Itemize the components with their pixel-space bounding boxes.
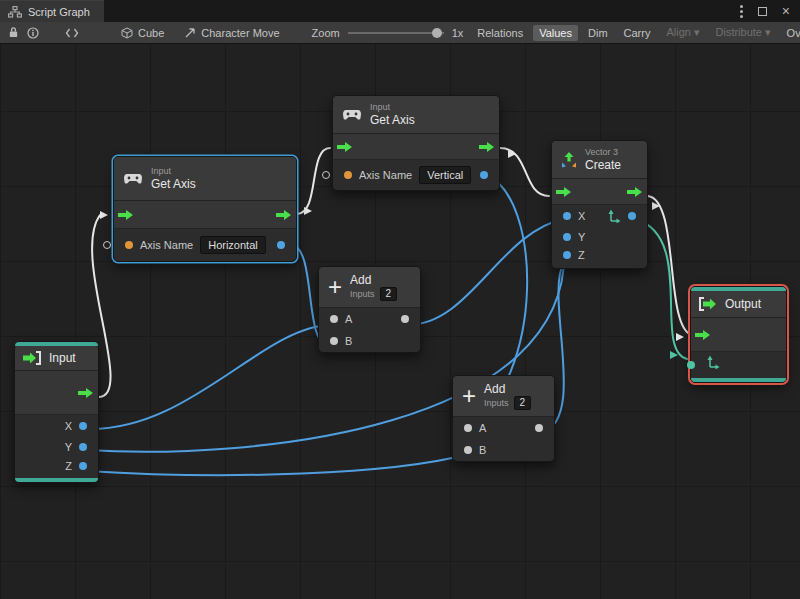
- code-view-icon[interactable]: [65, 25, 79, 41]
- wire-control-getaxis-v-to-vector3: [500, 148, 549, 196]
- a-in-port[interactable]: [330, 315, 338, 323]
- param-label: Axis Name: [140, 239, 193, 251]
- node-category: Vector 3: [585, 147, 621, 158]
- io-accent-bar: [15, 478, 98, 482]
- b-in-port[interactable]: [330, 337, 338, 345]
- control-out-port[interactable]: [276, 209, 292, 221]
- control-in-port[interactable]: [118, 209, 134, 221]
- io-accent-bar: [691, 378, 786, 382]
- breadcrumb-character-move[interactable]: Character Move: [178, 23, 285, 43]
- node-title: Add: [350, 273, 397, 287]
- window-controls: ×: [740, 0, 800, 22]
- port-row-y: Y: [15, 436, 98, 457]
- dropdown-align[interactable]: Align ▾: [660, 24, 705, 41]
- z-out-port[interactable]: [79, 462, 87, 470]
- x-out-port[interactable]: [79, 422, 87, 430]
- control-ports-row: [15, 371, 98, 415]
- dropdown-distribute[interactable]: Distribute ▾: [710, 24, 777, 41]
- node-title: Add: [484, 382, 531, 396]
- control-in-port[interactable]: [695, 329, 711, 341]
- node-input[interactable]: Input X Y Z: [14, 341, 99, 483]
- port-row-x: X: [552, 205, 647, 226]
- node-output[interactable]: Output: [690, 286, 787, 383]
- sum-out-port[interactable]: [401, 315, 409, 323]
- port-row-x: X: [15, 415, 98, 436]
- breadcrumb-cube[interactable]: Cube: [115, 23, 170, 43]
- zoom-label: Zoom: [312, 27, 340, 39]
- y-in-port[interactable]: [563, 233, 571, 241]
- wire-input-x-to-add-top-a: [86, 325, 331, 429]
- unity-window: Script Graph × Cube Character Move Zoom …: [0, 0, 800, 599]
- control-in-port[interactable]: [556, 186, 572, 198]
- axis-name-row: Axis Name Horizontal: [114, 229, 296, 261]
- z-in-port[interactable]: [563, 251, 571, 259]
- node-header: Output: [691, 291, 786, 318]
- x-in-port[interactable]: [563, 212, 571, 220]
- node-get-axis-horizontal[interactable]: Input Get Axis Axis Name Horizontal: [113, 156, 297, 262]
- a-in-port[interactable]: [464, 424, 472, 432]
- zoom-slider-handle[interactable]: [432, 28, 442, 38]
- wire-control-getaxis-h-to-getaxis-v: [297, 148, 330, 214]
- toggle-carry[interactable]: Carry: [618, 25, 657, 41]
- output-icon: [699, 297, 717, 311]
- control-out-port[interactable]: [479, 141, 495, 153]
- plus-icon: +: [328, 277, 342, 297]
- y-out-port[interactable]: [79, 443, 87, 451]
- zoom-slider[interactable]: [348, 27, 444, 39]
- plus-icon: +: [462, 386, 476, 406]
- gamepad-icon: [123, 173, 143, 185]
- vector3-out-port[interactable]: [628, 212, 636, 220]
- node-vector3-create[interactable]: Vector 3 Create X Y Z: [551, 140, 648, 269]
- node-title: Get Axis: [151, 177, 196, 191]
- port-row-z: Z: [15, 457, 98, 478]
- port-row-z: Z: [552, 247, 647, 268]
- control-ports-row: [552, 179, 647, 205]
- inputs-count-field[interactable]: 2: [380, 287, 398, 301]
- node-header: + Add Inputs 2: [319, 267, 420, 308]
- node-header: Input: [15, 346, 98, 371]
- graph-canvas[interactable]: Input Get Axis Axis Name Vertical: [0, 44, 800, 599]
- inputs-count-field[interactable]: 2: [514, 396, 532, 410]
- tab-bar: Script Graph ×: [0, 0, 800, 22]
- gamepad-icon: [342, 109, 362, 121]
- toolbar-toggles: Relations Values Dim Carry Align ▾ Distr…: [471, 24, 800, 41]
- lock-icon[interactable]: [8, 25, 19, 41]
- wire-control-vector3-to-output: [648, 196, 692, 335]
- toggle-relations[interactable]: Relations: [471, 25, 529, 41]
- maximize-icon[interactable]: [758, 7, 767, 16]
- b-in-port[interactable]: [464, 446, 472, 454]
- axis-name-field[interactable]: Vertical: [419, 166, 471, 184]
- port-row-b: B: [453, 439, 554, 461]
- input-icon: [23, 351, 41, 365]
- tab-script-graph[interactable]: Script Graph: [0, 0, 104, 22]
- float-out-port[interactable]: [480, 171, 488, 179]
- vector3-in-port[interactable]: [687, 361, 695, 369]
- node-add-top[interactable]: + Add Inputs 2 A B: [318, 266, 421, 353]
- axis-name-field[interactable]: Horizontal: [200, 236, 266, 254]
- info-icon[interactable]: [27, 25, 39, 41]
- close-icon[interactable]: ×: [782, 4, 790, 18]
- inputs-label: Inputs: [350, 289, 375, 300]
- control-out-port[interactable]: [627, 186, 643, 198]
- port-row-y: Y: [552, 226, 647, 247]
- toggle-values[interactable]: Values: [533, 25, 578, 41]
- graph-toolbar: Cube Character Move Zoom 1x Relations Va…: [0, 22, 800, 44]
- node-add-bottom[interactable]: + Add Inputs 2 A B: [452, 375, 555, 462]
- kebab-menu-icon[interactable]: [740, 5, 743, 18]
- node-get-axis-vertical[interactable]: Input Get Axis Axis Name Vertical: [332, 95, 500, 191]
- script-graph-icon: [8, 6, 22, 18]
- toggle-overview[interactable]: Overv: [781, 25, 800, 41]
- sum-out-port[interactable]: [535, 424, 543, 432]
- chevron-down-icon: ▾: [765, 26, 771, 38]
- control-out-port[interactable]: [78, 387, 94, 399]
- wire-add-top-to-vector3-x: [408, 219, 564, 325]
- toggle-dim[interactable]: Dim: [582, 25, 614, 41]
- axis-name-in-port[interactable]: [322, 171, 330, 179]
- tab-title: Script Graph: [28, 6, 90, 18]
- node-header: Input Get Axis: [114, 157, 296, 201]
- control-in-port[interactable]: [337, 141, 353, 153]
- node-category: Input: [151, 166, 196, 177]
- chevron-down-icon: ▾: [694, 26, 700, 38]
- axis-name-in-port[interactable]: [103, 241, 111, 249]
- float-out-port[interactable]: [277, 241, 285, 249]
